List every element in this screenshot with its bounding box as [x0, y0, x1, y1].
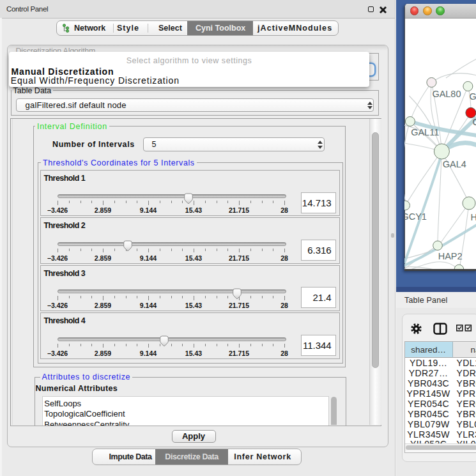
svg-text:HAP2: HAP2: [438, 251, 462, 261]
svg-text:GAL11: GAL11: [411, 127, 439, 137]
svg-text:HA: HA: [470, 212, 476, 222]
svg-text:GA: GA: [469, 91, 476, 102]
svg-text:GAL4: GAL4: [442, 159, 466, 169]
svg-text:CD: CD: [472, 117, 476, 127]
svg-text:GAL80: GAL80: [432, 89, 461, 99]
svg-text:GCY1: GCY1: [404, 211, 427, 222]
